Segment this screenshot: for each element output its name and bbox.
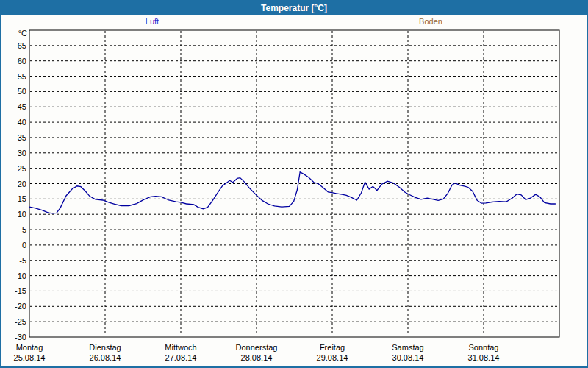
x-axis-date-label-6: 31.08.14 — [443, 353, 524, 362]
plot-frame — [29, 30, 559, 337]
x-axis-date-label-4: 29.08.14 — [292, 353, 373, 362]
x-axis-date-label-0: 25.08.14 — [0, 353, 70, 362]
x-axis-day-label-2: Mittwoch — [140, 343, 221, 352]
y-axis-tick-label-10: 10 — [0, 210, 26, 219]
x-axis-date-label-5: 30.08.14 — [368, 353, 448, 362]
y-axis-unit-label: °C — [0, 29, 27, 38]
x-axis-day-label-5: Samstag — [368, 343, 448, 352]
y-axis-tick-label--30: -30 — [0, 333, 26, 342]
y-axis-tick-label--25: -25 — [0, 317, 26, 326]
y-axis-tick-label-40: 40 — [0, 118, 26, 127]
y-axis-tick-label-25: 25 — [0, 164, 26, 173]
x-axis-day-label-4: Freitag — [292, 343, 373, 352]
y-axis-tick-label-65: 65 — [0, 41, 26, 50]
y-axis-tick-label-30: 30 — [0, 149, 26, 158]
x-axis-date-label-3: 28.08.14 — [216, 353, 297, 362]
x-axis-day-label-0: Montag — [0, 343, 70, 352]
y-axis-tick-label-35: 35 — [0, 133, 26, 142]
y-axis-tick-label-45: 45 — [0, 102, 26, 111]
x-axis-date-label-1: 26.08.14 — [65, 353, 146, 362]
y-axis-tick-label-60: 60 — [0, 57, 26, 66]
y-axis-tick-label-15: 15 — [0, 194, 26, 203]
x-axis-day-label-6: Sonntag — [443, 343, 524, 352]
y-axis-tick-label--20: -20 — [0, 302, 26, 311]
y-axis-tick-label--5: -5 — [0, 256, 26, 265]
x-axis-day-label-3: Donnerstag — [216, 343, 297, 352]
y-axis-tick-label-50: 50 — [0, 87, 26, 96]
x-axis-day-label-1: Dienstag — [65, 343, 146, 352]
y-axis-tick-label-0: 0 — [0, 241, 26, 250]
y-axis-tick-label--15: -15 — [0, 286, 26, 295]
x-axis-date-label-2: 27.08.14 — [140, 353, 221, 362]
temperature-line-chart — [0, 0, 588, 368]
y-axis-tick-label-55: 55 — [0, 72, 26, 81]
series-line-luft — [29, 172, 556, 213]
y-axis-tick-label-20: 20 — [0, 180, 26, 188]
y-axis-tick-label-5: 5 — [0, 225, 26, 234]
y-axis-tick-label--10: -10 — [0, 272, 26, 280]
